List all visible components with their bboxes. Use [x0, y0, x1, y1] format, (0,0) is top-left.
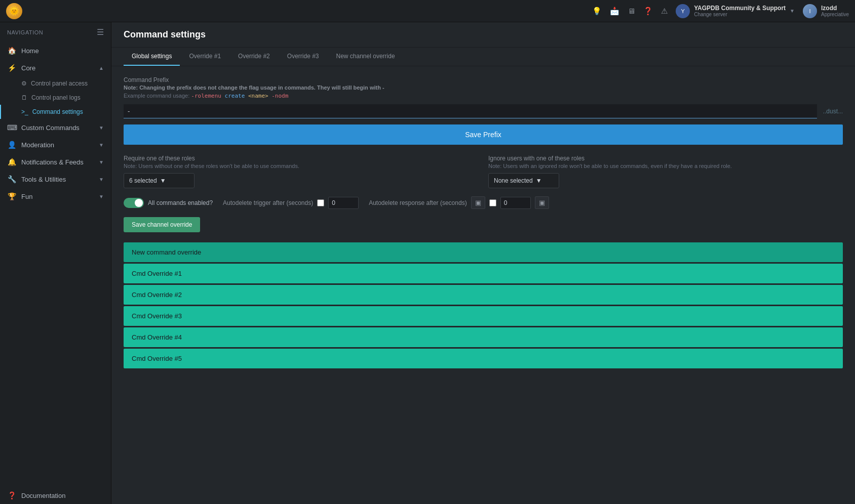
nav-label: Navigation — [7, 29, 43, 35]
fun-icon: 🏆 — [7, 192, 16, 200]
sidebar-item-control-panel-access[interactable]: ⚙ Control panel access — [0, 76, 111, 91]
require-roles-dropdown[interactable]: 6 selected ▼ — [124, 173, 195, 188]
help-icon[interactable]: ❓ — [643, 7, 653, 16]
user-text: lzodd Appreciative — [821, 5, 849, 17]
warning-icon[interactable]: ⚠ — [661, 7, 668, 16]
documentation-icon: ❓ — [7, 491, 16, 499]
sidebar-header: Navigation ☰ — [0, 22, 111, 42]
prefix-input-wrap: ..dust... — [124, 104, 843, 118]
prefix-example-label: Example command usage: — [124, 93, 189, 99]
monitor-icon[interactable]: 🖥 — [628, 7, 635, 15]
cmd-override-3-item[interactable]: Cmd Override #3 — [124, 306, 843, 326]
hamburger-icon[interactable]: ☰ — [97, 27, 104, 37]
autodelete-response-minus-btn[interactable]: ▣ — [471, 196, 485, 209]
custom-commands-icon: ⌨ — [7, 123, 16, 132]
sidebar-section-core: ⚡ Core ▲ ⚙ Control panel access 🗒 Contro… — [0, 59, 111, 119]
autodelete-response-group: Autodelete response after (seconds) ▣ ▣ — [369, 196, 549, 209]
logo-icon[interactable]: 🌞 — [6, 3, 22, 19]
ignore-roles-section: Ignore users with one of these roles Not… — [488, 155, 843, 188]
all-commands-toggle[interactable] — [124, 198, 144, 208]
sidebar-core-header[interactable]: ⚡ Core ▲ — [0, 59, 111, 76]
sidebar-item-control-panel-logs[interactable]: 🗒 Control panel logs — [0, 91, 111, 105]
page-title: Command settings — [111, 22, 855, 48]
topbar-left: 🌞 — [6, 3, 22, 19]
user-info: I lzodd Appreciative — [803, 4, 849, 18]
sidebar-custom-commands-left: ⌨ Custom Commands — [7, 123, 80, 132]
sidebar-custom-commands-label: Custom Commands — [21, 124, 80, 132]
sidebar-tools-left: 🔧 Tools & Utilities — [7, 175, 66, 183]
prefix-note: Note: Changing the prefix does not chang… — [124, 85, 843, 91]
sidebar-notifications-header[interactable]: 🔔 Notifications & Feeds ▼ — [0, 153, 111, 171]
sidebar-fun-header[interactable]: 🏆 Fun ▼ — [0, 188, 111, 205]
topbar: 🌞 💡 📩 🖥 ❓ ⚠ Y YAGPDB Community & Support… — [0, 0, 855, 22]
prefix-example: Example command usage: -rolemenu create … — [124, 93, 843, 99]
main-layout: Navigation ☰ 🏠 Home ⚡ Core ▲ ⚙ Control p… — [0, 22, 855, 504]
sidebar-moderation-label: Moderation — [21, 141, 54, 149]
server-avatar: Y — [676, 4, 690, 18]
sidebar-item-command-settings[interactable]: >_ Command settings — [0, 105, 111, 119]
core-icon: ⚡ — [7, 64, 16, 72]
server-info[interactable]: Y YAGPDB Community & Support Change serv… — [676, 4, 795, 18]
autodelete-trigger-checkbox[interactable] — [317, 199, 324, 206]
autodelete-trigger-input[interactable] — [328, 197, 359, 209]
sidebar-item-home-label: Home — [21, 47, 39, 55]
sidebar-item-command-settings-label: Command settings — [32, 108, 83, 115]
new-command-override-item[interactable]: New command override — [124, 242, 843, 262]
sidebar-core-label: Core — [21, 64, 35, 72]
notifications-icon: 🔔 — [7, 158, 16, 166]
fun-chevron-icon: ▼ — [99, 194, 104, 199]
tab-global-settings[interactable]: Global settings — [124, 48, 180, 66]
tab-new-channel-override[interactable]: New channel override — [328, 48, 403, 66]
user-role: Appreciative — [821, 12, 849, 17]
sidebar-moderation-left: 👤 Moderation — [7, 141, 54, 149]
autodelete-response-label: Autodelete response after (seconds) — [369, 199, 467, 206]
autodelete-trigger-group: Autodelete trigger after (seconds) — [223, 197, 359, 209]
sidebar-tools-header[interactable]: 🔧 Tools & Utilities ▼ — [0, 171, 111, 188]
cmd-override-2-item[interactable]: Cmd Override #2 — [124, 285, 843, 305]
cmd-override-4-item[interactable]: Cmd Override #4 — [124, 327, 843, 347]
tab-override-2[interactable]: Override #2 — [230, 48, 278, 66]
tab-override-1[interactable]: Override #1 — [181, 48, 229, 66]
notifications-chevron-icon: ▼ — [99, 159, 104, 165]
prefix-placeholder-text: ..dust... — [823, 108, 843, 115]
save-channel-override-button[interactable]: Save channel override — [124, 217, 200, 232]
cmd-override-1-item[interactable]: Cmd Override #1 — [124, 264, 843, 283]
autodelete-response-input[interactable] — [500, 197, 531, 209]
bulb-icon[interactable]: 💡 — [592, 7, 602, 16]
autodelete-trigger-label: Autodelete trigger after (seconds) — [223, 199, 313, 206]
user-name: lzodd — [821, 5, 849, 12]
sidebar-item-home[interactable]: 🏠 Home — [0, 42, 111, 59]
gear-icon: ⚙ — [21, 80, 27, 87]
server-change-link[interactable]: Change server — [694, 12, 786, 17]
server-chevron-icon[interactable]: ▼ — [790, 8, 795, 14]
moderation-chevron-icon: ▼ — [99, 142, 104, 148]
sidebar-fun-left: 🏆 Fun — [7, 192, 32, 200]
mail-icon[interactable]: 📩 — [610, 7, 619, 16]
prefix-example-code: -rolemenu — [191, 93, 224, 99]
sidebar: Navigation ☰ 🏠 Home ⚡ Core ▲ ⚙ Control p… — [0, 22, 111, 504]
cmd-override-5-item[interactable]: Cmd Override #5 — [124, 349, 843, 368]
roles-section: Require one of these roles Note: Users w… — [124, 155, 843, 188]
prefix-example-name: <name> — [248, 93, 271, 99]
save-prefix-button[interactable]: Save Prefix — [124, 124, 843, 145]
sidebar-custom-commands-header[interactable]: ⌨ Custom Commands ▼ — [0, 119, 111, 136]
sidebar-fun-label: Fun — [21, 193, 32, 200]
core-chevron-icon: ▲ — [99, 65, 104, 71]
autodelete-response-checkbox[interactable] — [489, 199, 496, 206]
sidebar-notifications-label: Notifications & Feeds — [21, 158, 84, 166]
ignore-roles-chevron-icon: ▼ — [536, 177, 542, 184]
content: Command settings Global settings Overrid… — [111, 22, 855, 504]
home-icon: 🏠 — [7, 47, 16, 55]
moderation-icon: 👤 — [7, 141, 16, 149]
prefix-input[interactable] — [124, 104, 817, 118]
sidebar-item-control-panel-access-label: Control panel access — [31, 80, 88, 87]
tab-override-3[interactable]: Override #3 — [279, 48, 327, 66]
sidebar-item-documentation[interactable]: ❓ Documentation — [0, 487, 111, 504]
ignore-roles-label: Ignore users with one of these roles — [488, 155, 843, 162]
tools-icon: 🔧 — [7, 175, 16, 183]
require-roles-section: Require one of these roles Note: Users w… — [124, 155, 478, 188]
sidebar-moderation-header[interactable]: 👤 Moderation ▼ — [0, 136, 111, 153]
require-roles-note: Note: Users without one of these roles w… — [124, 163, 478, 169]
ignore-roles-dropdown[interactable]: None selected ▼ — [488, 173, 559, 188]
autodelete-response-plus-btn[interactable]: ▣ — [535, 196, 549, 209]
